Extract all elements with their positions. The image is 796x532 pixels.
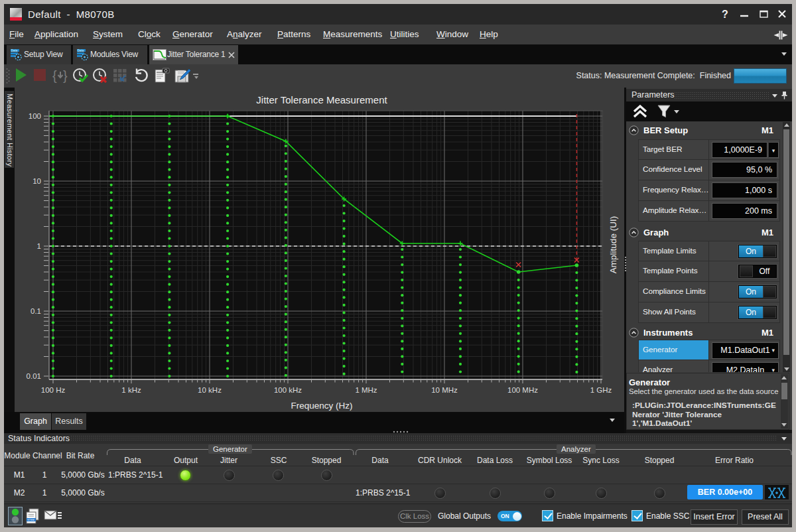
svg-text:100: 100: [29, 112, 41, 120]
svg-text:100 MHz: 100 MHz: [507, 386, 538, 394]
svg-text:0.01: 0.01: [27, 372, 41, 380]
svg-text:100 kHz: 100 kHz: [274, 386, 302, 394]
svg-text:10 kHz: 10 kHz: [198, 386, 222, 394]
svg-text:100 Hz: 100 Hz: [41, 386, 66, 394]
svg-text:STSM: STSM: [27, 519, 34, 521]
svg-text:}: }: [63, 68, 68, 83]
svg-text:1 MHz: 1 MHz: [355, 386, 377, 394]
svg-text:Frequency (Hz): Frequency (Hz): [291, 401, 352, 411]
svg-text:1 GHz: 1 GHz: [590, 386, 612, 394]
svg-text:{: {: [52, 68, 57, 83]
svg-text:Jitter Tolerance Measurement: Jitter Tolerance Measurement: [256, 94, 387, 105]
svg-text:Data: Data: [78, 49, 84, 52]
svg-text:0.1: 0.1: [31, 307, 41, 315]
svg-text:Data: Data: [11, 49, 18, 52]
svg-text:10: 10: [33, 177, 41, 185]
svg-text:Amplitude (UI): Amplitude (UI): [608, 216, 618, 273]
svg-text:1 kHz: 1 kHz: [121, 386, 141, 394]
svg-text:1: 1: [37, 242, 41, 250]
svg-text:10 MHz: 10 MHz: [431, 386, 458, 394]
